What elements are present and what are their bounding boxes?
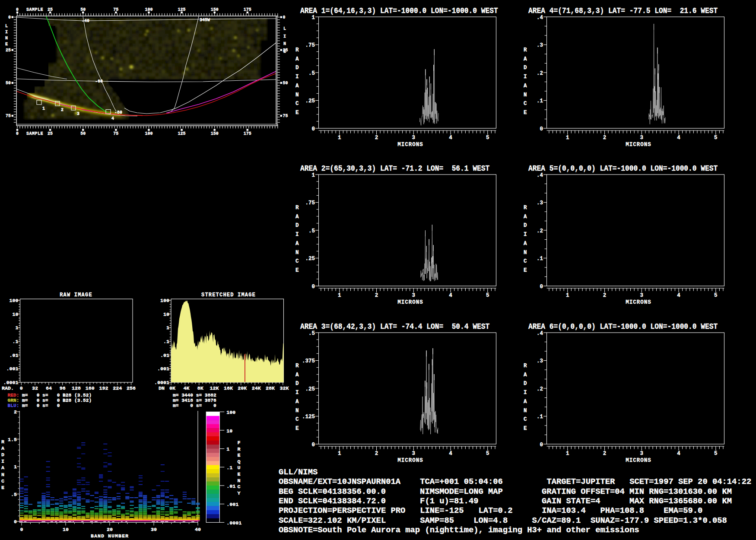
svg-text:2: 2	[603, 135, 607, 141]
svg-text:N: N	[5, 36, 8, 41]
svg-text:.4: .4	[537, 172, 543, 178]
svg-text:N: N	[1, 472, 4, 478]
svg-text:3: 3	[412, 135, 416, 141]
svg-text:D: D	[524, 381, 527, 387]
svg-text:A: A	[295, 372, 299, 378]
svg-text:20: 20	[107, 527, 113, 533]
svg-text:A: A	[524, 56, 527, 62]
svg-text:N: N	[295, 408, 299, 414]
svg-text:150: 150	[211, 7, 219, 12]
svg-text:N: N	[295, 92, 299, 98]
svg-text:DN: DN	[159, 385, 165, 391]
svg-text:.75: .75	[305, 42, 315, 48]
svg-text:E: E	[295, 267, 299, 273]
svg-text:0: 0	[8, 15, 11, 20]
svg-text:MICRONS: MICRONS	[397, 299, 423, 305]
svg-text:64: 64	[46, 385, 52, 391]
svg-text:.25: .25	[305, 256, 315, 262]
svg-text:AREA 4=(71,68,3,3) LAT= -77.5: AREA 4=(71,68,3,3) LAT= -77.5 LON= 21.6 …	[528, 6, 718, 16]
svg-text:2: 2	[603, 451, 607, 457]
svg-text:F: F	[238, 440, 241, 446]
svg-text:STRETCHED IMAGE: STRETCHED IMAGE	[201, 292, 256, 298]
svg-text:24K: 24K	[252, 385, 261, 391]
svg-text:I: I	[524, 232, 527, 238]
svg-text:E: E	[283, 49, 286, 54]
svg-text:E: E	[238, 452, 241, 458]
svg-text:3: 3	[640, 292, 644, 299]
svg-text:.3: .3	[537, 358, 543, 364]
svg-text:1: 1	[566, 292, 569, 299]
svg-text:0: 0	[16, 131, 19, 136]
svg-text:I: I	[524, 390, 527, 396]
svg-text:0: 0	[16, 7, 19, 12]
svg-text:1: 1	[311, 172, 315, 178]
svg-text:0: 0	[20, 385, 23, 391]
svg-text:0: 0	[540, 284, 543, 290]
svg-text:A: A	[1, 465, 5, 471]
svg-text:3: 3	[640, 135, 644, 141]
svg-text:25: 25	[48, 7, 53, 12]
svg-text:GLL/NIMS: GLL/NIMS	[279, 467, 318, 477]
svg-text:A: A	[524, 214, 527, 220]
svg-text:.2: .2	[537, 70, 543, 76]
svg-text:12K: 12K	[210, 385, 219, 391]
svg-text:.4: .4	[537, 330, 543, 337]
svg-text:C: C	[524, 416, 527, 422]
svg-text:5: 5	[486, 451, 489, 457]
svg-text:.01: .01	[160, 353, 169, 359]
svg-text:E: E	[524, 110, 527, 116]
svg-text:.1: .1	[537, 98, 543, 104]
svg-text:.0001: .0001	[3, 380, 18, 386]
svg-text:0: 0	[311, 442, 315, 448]
svg-text:0: 0	[14, 519, 17, 525]
svg-text:.001: .001	[6, 366, 18, 372]
svg-text:m= 3440 s= 3882: m= 3440 s= 3882	[173, 393, 216, 398]
svg-text:2: 2	[375, 135, 378, 141]
svg-text:1: 1	[566, 135, 569, 141]
svg-text:25: 25	[6, 48, 11, 53]
svg-text:-80: -80	[114, 110, 122, 115]
svg-text:30: 30	[151, 527, 157, 533]
svg-text:I: I	[295, 390, 299, 396]
svg-text:100: 100	[145, 7, 152, 12]
svg-text:175: 175	[244, 7, 251, 12]
svg-text:E: E	[238, 471, 241, 477]
svg-text:I: I	[5, 30, 8, 35]
svg-text:.1: .1	[537, 414, 543, 420]
svg-text:C: C	[1, 478, 4, 484]
svg-text:0: 0	[540, 442, 543, 448]
svg-text:N: N	[283, 41, 286, 46]
svg-text:C: C	[295, 258, 299, 264]
svg-text:N: N	[295, 250, 299, 256]
svg-text:4: 4	[677, 451, 680, 457]
svg-text:OBSNAME/EXT=10JNSPAURN01A T: OBSNAME/EXT=10JNSPAURN01A TCA=+001 05:04…	[279, 477, 751, 486]
svg-text:0: 0	[540, 126, 543, 132]
svg-text:L: L	[283, 26, 286, 31]
svg-text:SAMPLE: SAMPLE	[26, 7, 43, 12]
svg-text:345W: 345W	[200, 18, 210, 22]
svg-text:.25: .25	[305, 386, 315, 392]
svg-text:A: A	[295, 83, 299, 89]
svg-text:AREA 6=(0,0,0,0) LAT=-1000.0 L: AREA 6=(0,0,0,0) LAT=-1000.0 LON=-1000.0…	[528, 322, 718, 331]
svg-text:.3: .3	[537, 42, 543, 48]
svg-text:.1: .1	[537, 256, 543, 262]
svg-text:3: 3	[412, 451, 416, 457]
svg-text:AREA 3=(68,42,3,3) LAT= -74.4: AREA 3=(68,42,3,3) LAT= -74.4 LON= 50.4 …	[300, 322, 489, 331]
svg-text:E: E	[295, 426, 299, 432]
svg-text:4: 4	[677, 135, 680, 141]
svg-text:I: I	[295, 74, 299, 80]
svg-text:10: 10	[163, 311, 169, 318]
svg-text:BEG SCLK=04138356.00.0 N: BEG SCLK=04138356.00.0 NIMSMODE=LONG MAP…	[279, 487, 732, 496]
svg-text:A: A	[524, 399, 527, 405]
svg-text:D: D	[1, 452, 4, 458]
svg-text:2: 2	[375, 292, 378, 299]
svg-text:A: A	[295, 399, 299, 405]
svg-text:A: A	[524, 241, 527, 247]
svg-text:5: 5	[714, 292, 718, 299]
svg-text:32K: 32K	[280, 385, 289, 391]
svg-text:1: 1	[338, 135, 341, 141]
svg-text:50: 50	[80, 7, 86, 12]
svg-text:192: 192	[99, 385, 108, 391]
svg-text:.3: .3	[537, 200, 543, 206]
svg-text:.01: .01	[9, 353, 18, 359]
